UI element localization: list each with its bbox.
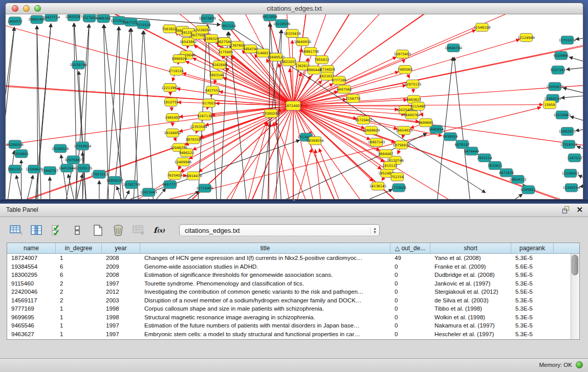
graph-node[interactable]: 19218596 (273, 19, 291, 28)
graph-node[interactable]: 26206506 (7, 140, 24, 148)
graph-node[interactable]: 15720407 (355, 116, 372, 124)
graph-node[interactable]: 1815132 (382, 161, 397, 169)
table-row[interactable]: 946554611997Estimation of the future num… (7, 321, 579, 330)
graph-node[interactable]: 6466160 (96, 14, 111, 23)
graph-node[interactable]: 9227343 (551, 66, 565, 74)
column-header-in_degree[interactable]: in_degree (56, 243, 102, 253)
table-row[interactable]: 1456911722003Disruption of a novel membe… (7, 296, 579, 305)
graph-node[interactable]: 16210643 (554, 111, 571, 119)
table-row[interactable]: 1872400712008Changes of HCN gene express… (7, 254, 579, 262)
graph-node[interactable]: 9245652 (521, 186, 536, 194)
graph-node[interactable]: 19654923 (396, 126, 413, 135)
graph-node[interactable]: 18640910 (294, 37, 311, 46)
graph-node[interactable]: 18495764 (403, 111, 421, 119)
graph-node[interactable]: 2933114 (477, 154, 492, 162)
graph-node[interactable]: 1527602 (82, 14, 97, 22)
graph-node[interactable]: 12409948 (175, 158, 192, 166)
graph-node[interactable]: 7515526 (136, 20, 151, 29)
graph-node[interactable]: 8427552 (205, 86, 220, 94)
column-header-out_degree[interactable]: △ out_de... (390, 243, 430, 253)
graph-node[interactable]: 32975887 (64, 156, 82, 164)
graph-node[interactable]: 12505135 (75, 164, 93, 172)
graph-node[interactable]: 2718126 (169, 67, 184, 75)
table-row[interactable]: 2242004622012Investigating the contribut… (7, 288, 579, 296)
delete-table-icon[interactable] (132, 224, 145, 237)
column-header-pagerank[interactable]: pagerank (511, 243, 554, 253)
graph-node[interactable]: 2405572 (8, 17, 23, 25)
graph-node[interactable]: 7563822 (162, 25, 177, 33)
column-header-short[interactable]: short (430, 243, 511, 253)
graph-node[interactable]: 8822037 (281, 58, 296, 66)
table-row[interactable]: 1938455462009Genome-wide association stu… (7, 262, 579, 271)
graph-node[interactable]: 18437714 (43, 14, 60, 21)
graph-node[interactable]: 7625402 (167, 171, 182, 180)
graph-node[interactable]: 7955812 (314, 56, 329, 64)
graph-node[interactable]: 8990448 (307, 66, 321, 74)
graph-node[interactable]: 9242848 (212, 61, 227, 69)
graph-node[interactable]: 15958 (543, 100, 556, 108)
graph-node[interactable]: 2803144 (209, 71, 224, 79)
table-settings-icon[interactable]: ⚙ (9, 224, 23, 237)
graph-node[interactable]: 2156778 (345, 94, 360, 102)
graph-node[interactable]: 16451944 (58, 164, 76, 172)
graph-node[interactable]: 12104093 (562, 169, 579, 178)
graph-node[interactable]: 9884067 (378, 149, 393, 158)
graph-node[interactable]: 1733426 (391, 184, 406, 192)
graph-node[interactable]: 8878332 (186, 136, 201, 144)
table-row[interactable]: 946362711997Embryonic stem cells: a mode… (7, 330, 579, 339)
graph-node[interactable]: 8267130 (198, 112, 212, 120)
graph-node[interactable]: 10654112 (509, 176, 527, 184)
graph-node[interactable]: 15716485 (196, 184, 213, 192)
graph-node[interactable]: 12124949 (517, 33, 535, 41)
graph-node[interactable]: 11548108 (473, 23, 491, 31)
graph-node[interactable]: 1810755 (163, 98, 178, 106)
graph-node[interactable]: 12823445 (140, 188, 158, 196)
graph-node[interactable]: 18325419 (284, 29, 301, 37)
graph-node[interactable]: 19384554 (307, 137, 324, 145)
graph-node[interactable]: 19166852 (164, 129, 181, 137)
graph-node[interactable]: 9657771 (162, 181, 177, 189)
graph-node[interactable]: 19756928 (393, 141, 410, 149)
graph-node[interactable]: 6497568 (337, 85, 352, 93)
graph-node[interactable]: 10653287 (65, 14, 82, 21)
table-selector-dropdown[interactable]: citations_edges.txt ▲▼ (179, 224, 380, 236)
window-titlebar[interactable]: citations_edges.txt (6, 3, 583, 14)
table-row[interactable]: 1830029562008Estimation of significance … (7, 271, 579, 279)
graph-node[interactable]: 7485063 (398, 65, 412, 74)
graph-node[interactable]: 16782759 (123, 181, 140, 189)
graph-node[interactable]: 18300295 (263, 110, 280, 118)
graph-node[interactable]: 817003 (203, 99, 215, 107)
graph-node[interactable]: 10973493 (394, 50, 411, 58)
table-row[interactable]: 969969511998Structural magnetic resonanc… (7, 313, 579, 322)
network-canvas[interactable]: 2405572206914061843771410653287152760264… (6, 14, 583, 199)
graph-node[interactable]: 16648784 (445, 43, 462, 52)
graph-node[interactable]: 15692971 (559, 127, 576, 136)
graph-node[interactable]: 3175685 (218, 48, 233, 56)
graph-node[interactable]: 13226058 (193, 26, 211, 34)
graph-node[interactable]: 3901313 (8, 165, 23, 173)
select-columns-icon[interactable] (50, 224, 63, 237)
float-panel-icon[interactable] (562, 206, 570, 214)
graph-node[interactable]: 11568629 (26, 165, 43, 173)
graph-node[interactable]: 8938924 (443, 133, 458, 141)
graph-node[interactable]: 16033809 (199, 14, 216, 23)
table-scrollbar-thumb[interactable] (572, 255, 578, 275)
graph-node[interactable]: 1167533 (567, 154, 582, 162)
graph-node[interactable]: 12975115 (404, 80, 422, 88)
graph-node[interactable]: 8996926 (172, 55, 187, 63)
graph-node[interactable]: 17957253 (91, 170, 108, 179)
graph-node[interactable]: 20530746 (70, 61, 88, 69)
graph-node[interactable]: 16958187 (106, 177, 124, 185)
graph-node[interactable]: 9474444 (464, 147, 479, 155)
graph-node[interactable]: 10340554 (563, 184, 580, 192)
graph-node[interactable]: 12093872 (546, 82, 563, 91)
graph-node[interactable]: 7632621 (488, 161, 503, 169)
function-builder-icon[interactable]: f(x) (153, 224, 166, 237)
row-height-icon[interactable] (71, 224, 84, 237)
graph-node[interactable]: 1550681 (14, 149, 29, 158)
memory-status-indicator[interactable] (576, 361, 583, 368)
graph-node[interactable]: 18807243 (368, 138, 385, 146)
column-header-name[interactable]: name (7, 243, 56, 253)
graph-node[interactable]: 12353584 (190, 123, 207, 131)
table-row[interactable]: 977716911998Corpus callosum shape and si… (7, 304, 579, 313)
